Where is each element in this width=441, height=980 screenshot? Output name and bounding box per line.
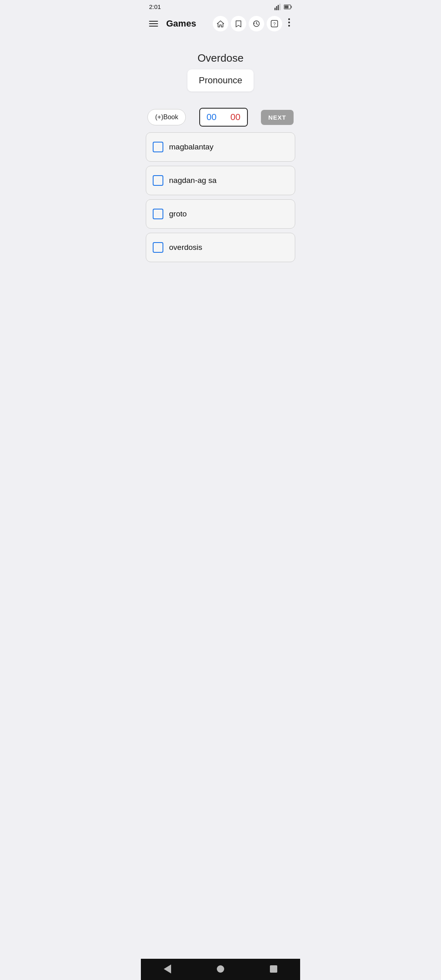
svg-rect-5 bbox=[291, 6, 292, 8]
bookmark-icon bbox=[235, 20, 242, 27]
add-book-button[interactable]: (+)Book bbox=[147, 109, 186, 125]
menu-icon-line1 bbox=[149, 21, 158, 22]
svg-rect-2 bbox=[278, 5, 279, 10]
option-card-1[interactable]: magbalantay bbox=[146, 132, 295, 162]
svg-point-12 bbox=[288, 22, 290, 23]
signal-icon bbox=[274, 4, 282, 10]
back-button[interactable] bbox=[164, 964, 171, 973]
option-label-3: groto bbox=[169, 209, 187, 218]
score-wrong: 00 bbox=[224, 109, 247, 126]
top-bar: Games ? bbox=[141, 12, 300, 36]
options-list: magbalantaynagdan-ag sagrotooverdosis bbox=[141, 132, 300, 266]
status-time: 2:01 bbox=[149, 3, 161, 10]
option-card-4[interactable]: overdosis bbox=[146, 233, 295, 262]
option-checkbox-1[interactable] bbox=[153, 142, 163, 152]
bottom-nav bbox=[141, 959, 300, 980]
recents-button[interactable] bbox=[270, 965, 277, 973]
next-button[interactable]: NEXT bbox=[261, 110, 294, 125]
home-icon bbox=[217, 20, 224, 27]
option-checkbox-2[interactable] bbox=[153, 175, 163, 186]
status-bar: 2:01 bbox=[141, 0, 300, 12]
back-icon bbox=[164, 964, 171, 973]
history-icon bbox=[253, 20, 260, 27]
more-options-button[interactable] bbox=[285, 16, 294, 31]
score-box: 00 00 bbox=[199, 108, 248, 127]
score-correct: 00 bbox=[200, 109, 223, 126]
svg-rect-0 bbox=[274, 8, 276, 10]
svg-text:?: ? bbox=[273, 22, 276, 27]
svg-rect-6 bbox=[285, 5, 289, 8]
menu-button[interactable] bbox=[147, 19, 160, 28]
option-card-3[interactable]: groto bbox=[146, 199, 295, 229]
battery-icon bbox=[284, 4, 292, 9]
svg-rect-1 bbox=[276, 6, 277, 10]
svg-marker-7 bbox=[217, 21, 224, 27]
option-card-2[interactable]: nagdan-ag sa bbox=[146, 166, 295, 195]
help-icon: ? bbox=[271, 20, 278, 27]
option-checkbox-4[interactable] bbox=[153, 242, 163, 253]
top-actions: ? bbox=[213, 16, 294, 31]
option-label-4: overdosis bbox=[169, 243, 202, 252]
word-main: Overdose bbox=[198, 52, 244, 65]
menu-icon-line2 bbox=[149, 23, 158, 24]
bookmark-button[interactable] bbox=[231, 16, 246, 31]
controls-row: (+)Book 00 00 NEXT bbox=[141, 100, 300, 132]
home-button[interactable] bbox=[213, 16, 228, 31]
svg-point-11 bbox=[288, 18, 290, 20]
help-button[interactable]: ? bbox=[267, 16, 282, 31]
page-title: Games bbox=[166, 18, 208, 29]
svg-rect-3 bbox=[279, 4, 281, 10]
status-icons bbox=[274, 4, 292, 10]
more-icon bbox=[288, 18, 290, 27]
history-button[interactable] bbox=[249, 16, 264, 31]
recents-icon bbox=[270, 965, 277, 973]
menu-icon-line3 bbox=[149, 26, 158, 27]
option-checkbox-3[interactable] bbox=[153, 209, 163, 219]
home-nav-button[interactable] bbox=[217, 965, 224, 973]
option-label-1: magbalantay bbox=[169, 143, 214, 151]
word-area: Overdose Pronounce bbox=[141, 36, 300, 100]
home-nav-icon bbox=[217, 965, 224, 973]
svg-point-13 bbox=[288, 25, 290, 27]
pronounce-button[interactable]: Pronounce bbox=[187, 69, 254, 91]
option-label-2: nagdan-ag sa bbox=[169, 176, 216, 185]
